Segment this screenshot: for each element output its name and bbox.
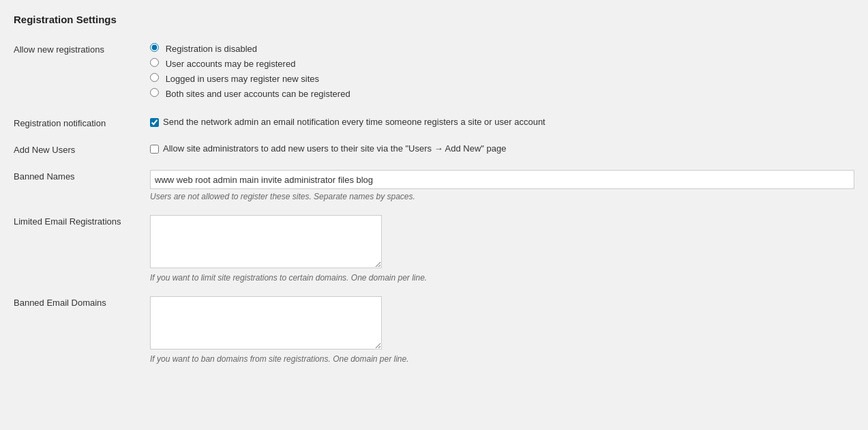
limited-email-textarea[interactable] [150,215,382,268]
banned-names-input[interactable] [150,170,854,189]
row-banned-names: Banned Names Users are not allowed to re… [14,163,854,208]
row-add-new-users: Add New Users Allow site administrators … [14,137,854,163]
notification-checkbox[interactable] [150,118,159,127]
add-users-checkbox[interactable] [150,145,159,154]
registration-settings-table: Allow new registrations Registration is … [14,36,854,371]
allow-new-registrations-label: Allow new registrations [14,44,104,55]
banned-email-domains-textarea[interactable] [150,296,382,349]
limited-email-label: Limited Email Registrations [14,216,121,227]
limited-email-description: If you want to limit site registrations … [150,273,854,283]
notification-checkbox-label[interactable]: Send the network admin an email notifica… [150,117,854,127]
radio-logged[interactable] [150,73,159,82]
add-users-checkbox-row: Allow site administrators to add new use… [150,143,854,154]
radio-label-text-user: User accounts may be registered [166,59,296,69]
radio-label-text-both: Both sites and user accounts can be regi… [166,89,350,99]
page-title: Registration Settings [14,14,854,25]
notification-checkbox-row: Send the network admin an email notifica… [150,117,854,127]
radio-both[interactable] [150,88,159,97]
radio-label-disabled[interactable]: Registration is disabled [150,43,854,54]
row-banned-email-domains: Banned Email Domains If you want to ban … [14,289,854,371]
registration-notification-label: Registration notification [14,118,106,128]
add-users-checkbox-label[interactable]: Allow site administrators to add new use… [150,143,854,154]
banned-email-domains-label: Banned Email Domains [14,298,106,308]
banned-names-label: Banned Names [14,171,75,182]
radio-user[interactable] [150,58,159,67]
row-limited-email-registrations: Limited Email Registrations If you want … [14,208,854,289]
banned-email-domains-description: If you want to ban domains from site reg… [150,354,854,364]
add-users-checkbox-text: Allow site administrators to add new use… [163,143,506,154]
radio-label-both[interactable]: Both sites and user accounts can be regi… [150,88,854,99]
banned-names-description: Users are not allowed to register these … [150,192,854,201]
radio-disabled[interactable] [150,43,159,52]
radio-label-logged[interactable]: Logged in users may register new sites [150,73,854,84]
radio-label-text-logged: Logged in users may register new sites [166,74,319,84]
registration-options: Registration is disabled User accounts m… [150,43,854,99]
row-allow-registrations: Allow new registrations Registration is … [14,36,854,110]
row-registration-notification: Registration notification Send the netwo… [14,110,854,137]
add-new-users-label: Add New Users [14,145,75,155]
radio-label-text-disabled: Registration is disabled [166,44,257,54]
radio-label-user[interactable]: User accounts may be registered [150,58,854,69]
notification-checkbox-text: Send the network admin an email notifica… [163,117,545,127]
